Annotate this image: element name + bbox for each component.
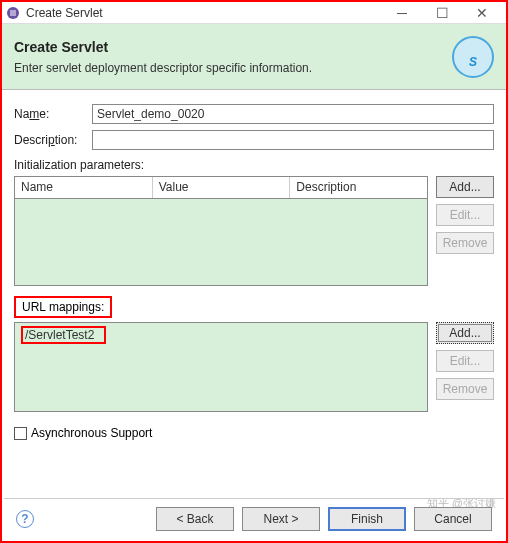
url-add-button[interactable]: Add... [436, 322, 494, 344]
init-add-button[interactable]: Add... [436, 176, 494, 198]
init-edit-button: Edit... [436, 204, 494, 226]
async-support-row[interactable]: Asynchronous Support [14, 426, 494, 440]
wizard-footer: ? < Back Next > Finish Cancel [4, 498, 504, 539]
async-support-label: Asynchronous Support [31, 426, 152, 440]
wizard-header: Create Servlet Enter servlet deployment … [2, 24, 506, 90]
wizard-title: Create Servlet [14, 39, 312, 55]
init-params-label: Initialization parameters: [14, 158, 494, 172]
maximize-button[interactable]: ☐ [422, 5, 462, 21]
col-value: Value [153, 177, 291, 198]
url-remove-button: Remove [436, 378, 494, 400]
description-field[interactable] [92, 130, 494, 150]
close-button[interactable]: ✕ [462, 5, 502, 21]
help-icon[interactable]: ? [16, 510, 34, 528]
highlight-mapping-item: /ServletTest2 [21, 326, 106, 344]
col-name: Name [15, 177, 153, 198]
init-params-table[interactable]: Name Value Description [14, 176, 428, 286]
url-mappings-list[interactable]: /ServletTest2 [14, 322, 428, 412]
table-header-row: Name Value Description [15, 177, 427, 199]
app-icon [6, 6, 20, 20]
url-mappings-label: URL mappings: [22, 300, 104, 314]
description-label: Description: [14, 133, 92, 147]
servlet-s-icon: S [452, 36, 494, 78]
init-remove-button: Remove [436, 232, 494, 254]
svg-text:S: S [469, 55, 477, 69]
minimize-button[interactable]: ─ [382, 5, 422, 21]
name-label: Name: [14, 107, 92, 121]
list-item[interactable]: /ServletTest2 [15, 323, 427, 347]
col-description: Description [290, 177, 427, 198]
back-button[interactable]: < Back [156, 507, 234, 531]
url-edit-button: Edit... [436, 350, 494, 372]
next-button[interactable]: Next > [242, 507, 320, 531]
cancel-button[interactable]: Cancel [414, 507, 492, 531]
wizard-subtitle: Enter servlet deployment descriptor spec… [14, 61, 312, 75]
name-field[interactable] [92, 104, 494, 124]
window-title: Create Servlet [26, 6, 382, 20]
async-support-checkbox[interactable] [14, 427, 27, 440]
highlight-url-label: URL mappings: [14, 296, 112, 318]
window-titlebar: Create Servlet ─ ☐ ✕ [2, 2, 506, 24]
finish-button[interactable]: Finish [328, 507, 406, 531]
svg-rect-1 [10, 10, 16, 16]
